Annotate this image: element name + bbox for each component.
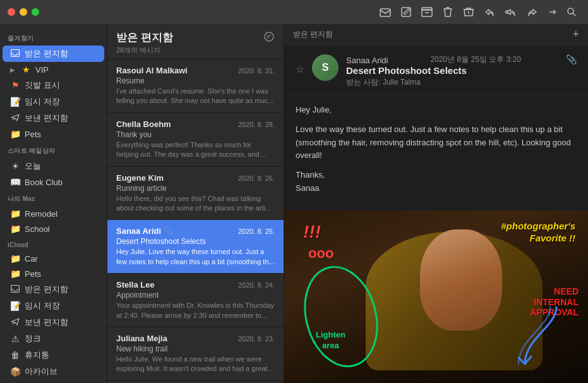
detail-title-row: ☆ S Sanaa Aridi 2020년 8월 25일 오후 3:20 📎 D… (296, 54, 577, 88)
archive-folder-icon: 📦 (10, 367, 20, 377)
sidebar-item-icloud-drafts[interactable]: 📝 임시 저장 (3, 298, 104, 314)
email-preview-2: Everything was perfect! Thanks so much f… (116, 140, 275, 160)
email-date-3: 2020. 8. 26. (238, 174, 275, 182)
forward-button[interactable] (524, 6, 541, 18)
reply-button[interactable] (481, 6, 498, 18)
sidebar-item-icloud-inbox[interactable]: 받은 편지함 (3, 281, 104, 298)
detail-subject: Desert Photoshoot Selects (346, 65, 577, 76)
detail-to: 받는 사람: Julie Talma (346, 77, 577, 88)
body-line1: Love the way these turned out. Just a fe… (296, 123, 577, 162)
sidebar-item-flagged[interactable]: ⚑ 깃발 표시 (3, 77, 104, 94)
sidebar-car-label: Car (25, 254, 38, 264)
sidebar-item-pets-fav[interactable]: 📁 Pets (3, 126, 104, 142)
sidebar-item-drafts[interactable]: 📝 임시 저장 (3, 94, 104, 110)
sidebar-remodel-label: Remodel (25, 209, 57, 219)
email-item-5[interactable]: Stella Lee 2020. 8. 24. Appointment Your… (107, 274, 284, 327)
image-bg: !!! ooo #photographer'sFavorite !! NEEDI… (284, 210, 588, 383)
email-item-6[interactable]: Juliana Mejia 2020. 8. 23. New hiking tr… (107, 327, 284, 381)
email-item-1[interactable]: Rasoul Al Malkawi 2020. 8. 31. Resume I'… (107, 59, 284, 113)
school-folder-icon: 📁 (10, 224, 20, 234)
sidebar-inbox-label: 받은 편지함 (25, 48, 68, 59)
detail-date: 2020년 8월 25일 오후 3:20 (431, 54, 521, 65)
star-icon: ★ (21, 64, 31, 75)
email-date-4: 2020. 8. 25. (238, 228, 275, 235)
avatar-initial: S (322, 62, 329, 73)
sidebar-item-vip[interactable]: ▶ ★ VIP (3, 62, 104, 77)
search-button[interactable] (563, 6, 580, 18)
reply-all-button[interactable] (501, 6, 521, 18)
face-area (420, 229, 502, 331)
sidebar-item-bookclub[interactable]: 📖 Book Club (3, 174, 104, 190)
sidebar-flagged-label: 깃발 표시 (25, 80, 60, 91)
toolbar (376, 5, 580, 19)
email-header-6: Juliana Mejia 2020. 8. 23. (116, 334, 275, 343)
bookclub-icon: 📖 (10, 177, 20, 187)
email-item-2[interactable]: Chella Boehm 2020. 8. 28. Thank you Ever… (107, 113, 284, 167)
email-sender-3: Eugene Kim (116, 173, 164, 183)
email-preview-6: Hello Julie, We found a new trail when w… (116, 355, 275, 374)
minimize-button[interactable] (20, 8, 27, 16)
draft-icon: 📝 (10, 97, 20, 107)
sidebar-item-trash[interactable]: 🗑 휴지통 (3, 347, 104, 363)
email-sender-2: Chella Boehm (116, 119, 171, 129)
today-icon: ☀ (10, 161, 20, 171)
sidebar-today-label: 오늘 (25, 161, 41, 172)
sidebar-icloud-drafts-label: 임시 저장 (25, 300, 60, 312)
sidebar-item-remodel[interactable]: 📁 Remodel (3, 206, 104, 221)
sidebar-item-sent[interactable]: 보낸 편지함 (3, 110, 104, 126)
titlebar (0, 0, 588, 24)
attachment-icon-4: 📎 (164, 227, 173, 236)
mac-label: 나의 Mac (0, 190, 107, 206)
detail-meta: Sanaa Aridi 2020년 8월 25일 오후 3:20 📎 Deser… (346, 54, 577, 88)
oval-svg (297, 257, 385, 377)
sort-icon[interactable] (263, 32, 275, 44)
sidebar-vip-label: VIP (35, 65, 49, 75)
car-folder-icon: 📁 (10, 253, 20, 264)
favorites-label: 즐겨찾기 (0, 29, 107, 46)
sidebar-trash-label: 휴지통 (25, 350, 49, 361)
sidebar-bookclub-label: Book Club (25, 178, 63, 187)
get-mail-button[interactable] (376, 6, 395, 18)
to-label: 받는 사람: (346, 78, 381, 87)
detail-body: Hey Julie, Love the way these turned out… (284, 95, 588, 210)
email-item-4[interactable]: Sanaa Aridi 📎 2020. 8. 25. Desert Photos… (107, 220, 284, 274)
sidebar-item-icloud-sent[interactable]: 보낸 편지함 (3, 314, 104, 331)
archive-button[interactable] (417, 6, 436, 18)
detail-email-header: ☆ S Sanaa Aridi 2020년 8월 25일 오후 3:20 📎 D… (284, 46, 588, 95)
junk-button[interactable] (459, 6, 478, 18)
email-subject-4: Desert Photoshoot Selects (116, 237, 275, 246)
body-greeting: Hey Julie, (296, 104, 577, 117)
detail-inbox-label: 받은 편지함 (293, 29, 333, 40)
email-item-3[interactable]: Eugene Kim 2020. 8. 26. Running article … (107, 167, 284, 221)
email-preview-3: Hello there, did you see this? Chad was … (116, 194, 275, 214)
email-date-2: 2020. 8. 28. (238, 121, 275, 128)
sidebar-item-today[interactable]: ☀ 오늘 (3, 158, 104, 174)
icloud-inbox-icon (10, 284, 20, 295)
compose-button[interactable] (397, 6, 415, 18)
delete-button[interactable] (439, 5, 457, 19)
email-subject-3: Running article (116, 184, 275, 193)
sidebar-item-junk[interactable]: ⚠ 정크 (3, 331, 104, 347)
more-button[interactable] (544, 6, 560, 18)
email-header-1: Rasoul Al Malkawi 2020. 8. 31. (116, 66, 275, 75)
remodel-folder-icon: 📁 (10, 209, 20, 219)
add-button[interactable]: + (572, 28, 579, 41)
svg-point-8 (297, 258, 385, 374)
sidebar-item-icloud-pets[interactable]: 📁 Pets (3, 266, 104, 281)
maximize-button[interactable] (32, 8, 39, 16)
email-header-3: Eugene Kim 2020. 8. 26. (116, 173, 275, 183)
sidebar-item-school[interactable]: 📁 School (3, 221, 104, 236)
email-list: Rasoul Al Malkawi 2020. 8. 31. Resume I'… (107, 59, 284, 383)
sidebar-icloud-pets-label: Pets (25, 269, 41, 279)
icloud-sent-icon (10, 317, 20, 327)
chevron-right-icon: ▶ (10, 66, 15, 73)
close-button[interactable] (8, 8, 15, 16)
avatar: S (312, 54, 339, 81)
detail-from-name: Sanaa Aridi (346, 56, 388, 65)
sidebar-item-archive[interactable]: 📦 아카이브 (3, 363, 104, 380)
sidebar-item-icloud-car[interactable]: 📁 Car (3, 251, 104, 266)
star-button[interactable]: ☆ (296, 63, 304, 75)
sidebar-school-label: School (25, 224, 50, 234)
email-subject-2: Thank you (116, 130, 275, 139)
sidebar-item-inbox[interactable]: 받은 편지함 (3, 46, 104, 62)
